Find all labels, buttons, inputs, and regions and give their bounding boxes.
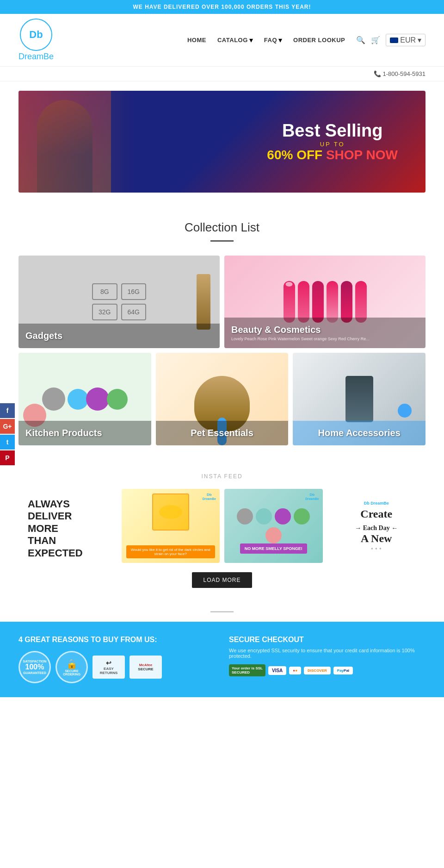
collection-item-gadgets[interactable]: 8G 16G 32G 64G Gadgets xyxy=(18,256,220,348)
lock-icon: 🔒 xyxy=(66,658,78,669)
logo-dark: Dream xyxy=(18,52,43,61)
db-logo-create: Db DreamBe xyxy=(364,501,389,506)
insta-label: INSTA FEED xyxy=(18,473,426,480)
insta-section: INSTA FEED ALWAYSDELIVERMORETHANEXPECTED… xyxy=(0,464,444,602)
db-logo-eyepatch: DbDreamBe xyxy=(203,493,216,501)
phone-bar: 📞 1-800-594-5931 xyxy=(0,67,444,81)
kitchen-overlay: Kitchen Products xyxy=(18,421,151,445)
collection-grid-bottom: Kitchen Products Pet Essentials Home Acc… xyxy=(18,353,426,445)
discover-icon: DISCOVER xyxy=(304,667,331,674)
search-icon[interactable]: 🔍 xyxy=(356,36,365,44)
faq-chevron-icon: ▾ xyxy=(278,36,282,44)
top-banner-text: WE HAVE DELIVERED OVER 100,000 ORDERS TH… xyxy=(133,4,311,10)
visa-icon: VISA xyxy=(268,666,286,675)
gadget-64g: 64G xyxy=(121,304,146,320)
nav-faq-dropdown[interactable]: FAQ ▾ xyxy=(264,36,282,44)
collection-item-kitchen[interactable]: Kitchen Products xyxy=(18,353,151,445)
insta-item-sponge: DbDreamBe NO MORE SMELLY SPONGE! xyxy=(224,489,323,563)
hero-cta: SHOP NOW xyxy=(326,148,398,162)
hero-upto: UP TO xyxy=(267,141,398,148)
create-dots: ✦ ✦ ✦ xyxy=(370,547,382,551)
nav-faq[interactable]: FAQ xyxy=(264,37,277,44)
always-text: ALWAYSDELIVERMORETHANEXPECTED xyxy=(28,498,83,559)
pet-label: Pet Essentials xyxy=(191,428,253,438)
paypal-icon: PayPal xyxy=(333,667,353,674)
beauty-overlay: Beauty & Cosmetics Lovely Peach Rose Pin… xyxy=(224,318,426,348)
phone-icon: 📞 xyxy=(374,70,381,77)
hero-discount: 60% OFF SHOP NOW xyxy=(267,148,398,162)
insta-grid: ALWAYSDELIVERMORETHANEXPECTED DreamBe.St… xyxy=(18,489,426,563)
facebook-button[interactable]: f xyxy=(0,403,15,418)
payment-icons: Your order is SSLSECURED VISA ●● DISCOVE… xyxy=(229,664,426,676)
logo-area[interactable]: Db DreamBe xyxy=(18,19,54,62)
satisfaction-pct: 100% xyxy=(25,663,44,671)
gadgets-label: Gadgets xyxy=(25,331,62,341)
pet-overlay: Pet Essentials xyxy=(156,421,289,445)
footer-left-title: 4 GREAT REASONS TO BUY FROM US: xyxy=(18,636,215,644)
logo-name: DreamBe xyxy=(18,52,54,62)
twitter-button[interactable]: t xyxy=(0,435,15,450)
top-banner: WE HAVE DELIVERED OVER 100,000 ORDERS TH… xyxy=(0,0,444,14)
hero-discount-pct: 60% OFF xyxy=(267,148,326,162)
create-text: Create→ Each Day ←A New xyxy=(355,508,398,544)
googleplus-button[interactable]: G+ xyxy=(0,419,15,434)
currency-label: EUR xyxy=(400,36,416,44)
secure-badge: 🔒 SECUREORDERING xyxy=(56,651,88,683)
nav-icons: 🔍 🛒 EUR ▾ xyxy=(356,34,426,46)
ssl-badge: Your order is SSLSECURED xyxy=(229,664,265,676)
collection-grid-top: 8G 16G 32G 64G Gadgets xyxy=(18,256,426,348)
hero-title: Best Selling xyxy=(267,121,398,141)
sponge-btn: NO MORE SMELLY SPONGE! xyxy=(240,543,307,554)
cart-icon[interactable]: 🛒 xyxy=(371,36,380,44)
section-divider xyxy=(210,611,234,612)
hero-content: Best Selling UP TO 60% OFF SHOP NOW xyxy=(267,121,398,162)
satisfaction-badge: SATISFACTION 100% GUARANTEED xyxy=(18,651,51,683)
insta-item-always: ALWAYSDELIVERMORETHANEXPECTED DreamBe.St… xyxy=(18,489,117,563)
footer-badges: SATISFACTION 100% GUARANTEED 🔒 SECUREORD… xyxy=(18,651,215,683)
mastercard-icon: ●● xyxy=(289,667,301,674)
hero-banner[interactable]: Best Selling UP TO 60% OFF SHOP NOW xyxy=(18,91,426,193)
db-logo-sponge: DbDreamBe xyxy=(305,493,319,501)
beauty-label: Beauty & Cosmetics xyxy=(231,325,321,335)
home-label: Home Accessories xyxy=(318,428,401,438)
footer: 4 GREAT REASONS TO BUY FROM US: SATISFAC… xyxy=(0,622,444,697)
footer-right-text: We use encrypted SSL security to ensure … xyxy=(229,648,426,659)
collection-section: Collection List 8G 16G 32G 64G Gadgets xyxy=(0,202,444,464)
currency-selector[interactable]: EUR ▾ xyxy=(386,34,426,46)
gadget-8g: 8G xyxy=(92,283,117,300)
nav-order-lookup[interactable]: ORDER LOOKUP xyxy=(293,37,345,44)
nav-catalog[interactable]: CATALOG xyxy=(217,37,248,44)
home-overlay: Home Accessories xyxy=(293,421,426,445)
gadget-32g: 32G xyxy=(92,304,117,320)
collection-title: Collection List xyxy=(18,220,426,235)
footer-right: SECURE CHECKOUT We use encrypted SSL sec… xyxy=(229,636,426,683)
collection-item-pet[interactable]: Pet Essentials xyxy=(156,353,289,445)
nav-home[interactable]: HOME xyxy=(187,37,206,44)
logo-accent: Be xyxy=(43,52,54,61)
currency-chevron-icon: ▾ xyxy=(418,36,421,44)
logo-icon: Db xyxy=(20,19,52,51)
insta-item-create: Db DreamBe Create→ Each Day ←A New ✦ ✦ ✦ xyxy=(327,489,426,563)
main-nav: HOME CATALOG ▾ FAQ ▾ ORDER LOOKUP 🔍 🛒 EU… xyxy=(187,34,426,46)
social-sidebar: f G+ t P xyxy=(0,403,15,465)
gadget-sizes-grid: 8G 16G 32G 64G xyxy=(83,274,155,330)
collection-item-home[interactable]: Home Accessories xyxy=(293,353,426,445)
insta-item-eyepatch: DbDreamBe Would you like it to get rid o… xyxy=(122,489,220,563)
load-more-button[interactable]: LOAD MORE xyxy=(192,572,252,588)
kitchen-label: Kitchen Products xyxy=(25,428,102,438)
gadgets-overlay: Gadgets xyxy=(18,324,220,348)
title-divider xyxy=(210,240,234,242)
footer-left: 4 GREAT REASONS TO BUY FROM US: SATISFAC… xyxy=(18,636,215,683)
footer-right-title: SECURE CHECKOUT xyxy=(229,636,426,644)
collection-item-beauty[interactable]: Beauty & Cosmetics Lovely Peach Rose Pin… xyxy=(224,256,426,348)
flag-icon xyxy=(390,37,398,43)
gadget-16g: 16G xyxy=(121,283,146,300)
nav-catalog-dropdown[interactable]: CATALOG ▾ xyxy=(217,36,253,44)
header: Db DreamBe HOME CATALOG ▾ FAQ ▾ ORDER LO… xyxy=(0,14,444,67)
pinterest-button[interactable]: P xyxy=(0,450,15,465)
catalog-chevron-icon: ▾ xyxy=(249,36,253,44)
mcafee-badge: McAfee SECURE xyxy=(130,656,162,679)
phone-number: 1-800-594-5931 xyxy=(382,70,426,77)
eyepatch-text: Would you like it to get rid of the dark… xyxy=(126,545,216,558)
easy-returns-badge: ↩ EASYRETURNS xyxy=(92,656,125,679)
